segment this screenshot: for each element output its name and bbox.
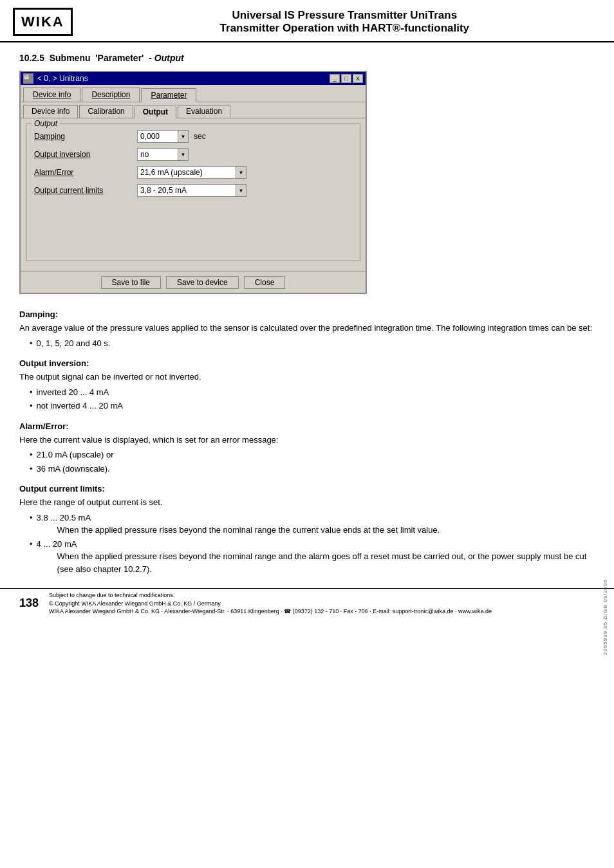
tab-description[interactable]: Description	[82, 88, 140, 102]
margin-text: 2265939.05 D/GB 09/2006	[602, 579, 614, 655]
damping-bullet-0: • 0, 1, 5, 20 and 40 s.	[30, 337, 595, 350]
output-inversion-text: The output signal can be inverted or not…	[19, 371, 595, 383]
output-current-limits-label: Output current limits	[34, 186, 137, 195]
subtab-evaluation[interactable]: Evaluation	[178, 105, 230, 118]
close-button[interactable]: X	[353, 74, 363, 83]
page-footer: 138 Subject to change due to technical m…	[0, 588, 614, 618]
output-inversion-label: Output inversion	[34, 150, 137, 159]
damping-label: Damping	[34, 132, 137, 141]
output-current-limits-control: 3,8 - 20,5 mA ▼	[137, 184, 247, 197]
software-window: 🖥 < 0. > Unitrans _ □ X Device info Desc…	[19, 71, 367, 294]
maximize-button[interactable]: □	[341, 74, 351, 83]
output-inversion-row: Output inversion no ▼	[34, 147, 352, 162]
subtab-calibration[interactable]: Calibration	[79, 105, 133, 118]
current-limits-bullet-1: • 4 ... 20 mA When the applied pressure …	[30, 538, 595, 576]
alarm-dropdown-arrow[interactable]: ▼	[236, 167, 246, 178]
window-controls[interactable]: _ □ X	[330, 74, 363, 83]
wika-logo: WIKA	[13, 8, 73, 36]
output-group-box: Output Damping 0,000 ▼ sec Output invers…	[26, 124, 360, 261]
current-limits-sub-0: When the applied pressure rises beyond t…	[57, 524, 440, 537]
page-number: 138	[19, 596, 39, 610]
output-current-limits-select[interactable]: 3,8 - 20,5 mA ▼	[137, 184, 247, 197]
section-damping: Damping: An average value of the pressur…	[19, 309, 595, 349]
subtab-device-info[interactable]: Device info	[23, 105, 78, 118]
damping-text: An average value of the pressure values …	[19, 322, 595, 335]
section-number: 10.2.5	[19, 53, 44, 63]
alarm-error-row: Alarm/Error 21,6 mA (upscale) ▼	[34, 165, 352, 180]
output-inversion-control: no ▼	[137, 148, 189, 161]
output-inversion-heading: Output inversion:	[19, 358, 595, 368]
damping-unit: sec	[194, 132, 206, 141]
alarm-error-select[interactable]: 21,6 mA (upscale) ▼	[137, 166, 247, 179]
alarm-error-label: Alarm/Error	[34, 168, 137, 177]
title-line1: Universal IS Pressure Transmitter UniTra…	[88, 9, 601, 22]
section-dash: -	[149, 53, 152, 63]
alarm-error-text: Here the current value is displayed, whi…	[19, 434, 595, 447]
section-alarm-error: Alarm/Error: Here the current value is d…	[19, 421, 595, 476]
page-header: WIKA Universal IS Pressure Transmitter U…	[0, 0, 614, 42]
tab-device-info[interactable]: Device info	[23, 88, 80, 102]
window-body: Output Damping 0,000 ▼ sec Output invers…	[21, 118, 366, 272]
sub-tab-bar: Device info Calibration Output Evaluatio…	[21, 102, 366, 118]
output-current-limits-heading: Output current limits:	[19, 484, 595, 494]
footer-text: Subject to change due to technical modif…	[49, 591, 492, 616]
footer-bottom: WIKA Alexander Wiegand GmbH & Co. KG · A…	[49, 607, 492, 616]
damping-control: 0,000 ▼ sec	[137, 130, 206, 143]
alarm-error-control: 21,6 mA (upscale) ▼	[137, 166, 247, 179]
page-title: Universal IS Pressure Transmitter UniTra…	[88, 9, 601, 35]
window-spacer	[34, 201, 352, 253]
section-output-inversion: Output inversion: The output signal can …	[19, 358, 595, 412]
subtab-output[interactable]: Output	[135, 106, 176, 118]
output-current-limits-text: Here the range of output current is set.	[19, 496, 595, 509]
section-label: Submenu	[50, 53, 91, 63]
section-output-current-limits: Output current limits: Here the range of…	[19, 484, 595, 575]
output-current-limits-row: Output current limits 3,8 - 20,5 mA ▼	[34, 183, 352, 198]
current-limits-dropdown-arrow[interactable]: ▼	[236, 185, 246, 196]
minimize-button[interactable]: _	[330, 74, 340, 83]
top-tab-bar: Device info Description Parameter	[21, 85, 366, 102]
section-italic: Output	[154, 53, 184, 63]
group-box-label: Output	[32, 119, 60, 128]
alarm-bullet-1: • 36 mA (downscale).	[30, 463, 595, 476]
footer-left: Subject to change due to technical modif…	[49, 591, 492, 600]
save-to-file-button[interactable]: Save to file	[101, 276, 161, 289]
window-titlebar: 🖥 < 0. > Unitrans _ □ X	[21, 72, 366, 85]
close-window-button[interactable]: Close	[244, 276, 286, 289]
damping-dropdown-arrow[interactable]: ▼	[178, 131, 188, 142]
damping-heading: Damping:	[19, 309, 595, 319]
output-inversion-select[interactable]: no ▼	[137, 148, 189, 161]
alarm-error-heading: Alarm/Error:	[19, 421, 595, 431]
current-limits-bullet-0: • 3.8 ... 20.5 mA When the applied press…	[30, 512, 595, 537]
damping-input[interactable]: 0,000 ▼	[137, 130, 189, 143]
tab-parameter[interactable]: Parameter	[141, 88, 196, 102]
section-heading: 10.2.5 Submenu 'Parameter' - Output	[19, 53, 595, 63]
current-limits-sub-1: When the applied pressure rises beyond t…	[57, 550, 595, 575]
section-param: 'Parameter'	[95, 53, 144, 63]
window-footer: Save to file Save to device Close	[21, 272, 366, 293]
main-content: 10.2.5 Submenu 'Parameter' - Output 🖥 < …	[0, 53, 614, 575]
window-titlebar-left: 🖥 < 0. > Unitrans	[23, 73, 88, 84]
inversion-bullet-0: • inverted 20 ... 4 mA	[30, 386, 595, 399]
save-to-device-button[interactable]: Save to device	[166, 276, 239, 289]
footer-right: © Copyright WIKA Alexander Wiegand GmbH …	[49, 600, 492, 608]
alarm-bullet-0: • 21.0 mA (upscale) or	[30, 448, 595, 461]
window-app-icon: 🖥	[23, 73, 33, 84]
inversion-dropdown-arrow[interactable]: ▼	[178, 149, 188, 160]
inversion-bullet-1: • not inverted 4 ... 20 mA	[30, 400, 595, 412]
damping-row: Damping 0,000 ▼ sec	[34, 129, 352, 143]
title-line2: Transmitter Operation with HART®-functio…	[88, 22, 601, 35]
window-title: < 0. > Unitrans	[37, 74, 88, 83]
